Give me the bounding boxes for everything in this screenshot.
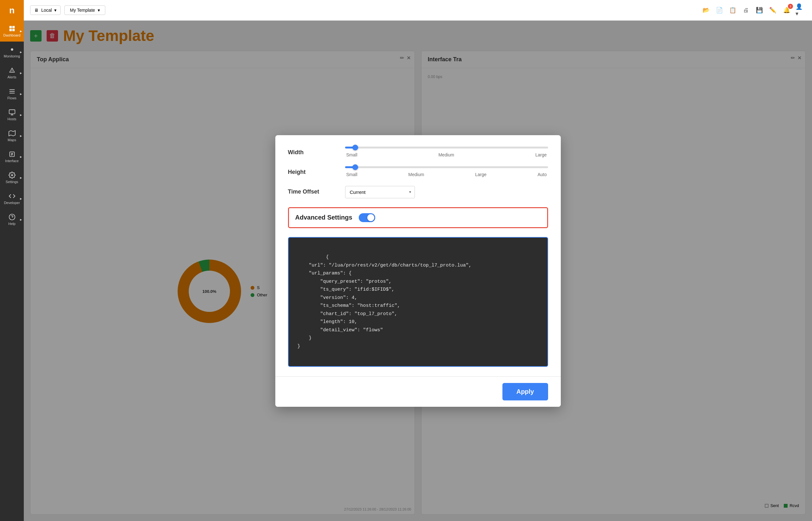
sidebar-item-dashboard[interactable]: Dashboard ▶: [0, 21, 24, 42]
sidebar-item-monitoring[interactable]: Monitoring ▶: [0, 42, 24, 63]
code-editor[interactable]: { "url": "/lua/pro/rest/v2/get/db/charts…: [288, 237, 548, 367]
file-copy-icon[interactable]: 📋: [728, 5, 738, 15]
template-label: My Template: [70, 8, 95, 13]
svg-rect-3: [12, 29, 14, 31]
chevron-right-icon: ▶: [20, 72, 22, 74]
svg-point-4: [11, 48, 13, 50]
dropdown-icon: ▾: [54, 8, 56, 13]
sidebar-item-label: Settings: [6, 180, 18, 184]
chevron-right-icon: ▶: [20, 114, 22, 116]
width-slider-labels: Small Medium Large: [345, 152, 548, 157]
chevron-right-icon: ▶: [20, 93, 22, 95]
sidebar-item-hosts[interactable]: Hosts ▶: [0, 105, 24, 125]
height-label: Height: [288, 166, 332, 176]
height-row: Height Small Medium Large Auto: [288, 166, 548, 177]
template-selector[interactable]: My Template ▾: [64, 5, 105, 15]
sidebar-item-label: Dashboard: [3, 33, 21, 37]
chevron-right-icon: ▶: [20, 135, 22, 137]
folder-open-icon[interactable]: 📂: [701, 5, 711, 15]
svg-rect-0: [9, 26, 11, 28]
toggle-knob: [367, 214, 374, 221]
code-content: { "url": "/lua/pro/rest/v2/get/db/charts…: [298, 254, 472, 349]
user-menu-button[interactable]: 👤 ▾: [795, 5, 806, 15]
height-slider-thumb[interactable]: [352, 164, 358, 170]
local-selector[interactable]: 🖥 Local ▾: [30, 5, 61, 15]
app-logo[interactable]: n: [0, 0, 24, 21]
chevron-right-icon: ▶: [20, 30, 22, 33]
notification-badge: 3: [788, 4, 793, 9]
sidebar-item-label: Maps: [8, 138, 16, 142]
local-label: Local: [41, 8, 52, 13]
chevron-right-icon: ▶: [20, 156, 22, 158]
chevron-right-icon: ▶: [20, 51, 22, 54]
chevron-right-icon: ▶: [20, 218, 22, 221]
height-control: Small Medium Large Auto: [345, 166, 548, 177]
apply-button[interactable]: Apply: [503, 383, 548, 401]
sidebar-item-label: Help: [8, 222, 16, 226]
sidebar-item-developer[interactable]: Developer ▶: [0, 188, 24, 209]
print-icon[interactable]: 🖨: [741, 5, 751, 15]
sidebar-item-label: Interface: [5, 159, 19, 163]
sidebar-item-flows[interactable]: Flows ▶: [0, 84, 24, 105]
width-control: Small Medium Large: [345, 146, 548, 157]
width-label: Width: [288, 146, 332, 156]
sidebar-item-alerts[interactable]: Alerts ▶: [0, 63, 24, 84]
sidebar-item-maps[interactable]: Maps ▶: [0, 125, 24, 146]
chevron-right-icon: ▶: [20, 176, 22, 179]
advanced-settings-label: Advanced Settings: [295, 214, 352, 221]
main-content: 🖥 Local ▾ My Template ▾ 📂 📄 📋 🖨 💾 ✏️ 🔔 3: [24, 0, 812, 521]
width-slider-wrapper: Small Medium Large: [345, 146, 548, 157]
page-area: ＋ 🗑 My Template Top Applica ✏ ✕ 100.0%: [24, 21, 812, 521]
width-slider-track: [345, 146, 548, 149]
time-offset-label: Time Offset: [288, 186, 332, 195]
sidebar-item-label: Alerts: [7, 75, 16, 79]
sidebar-item-label: Hosts: [7, 117, 16, 121]
server-icon: 🖥: [34, 8, 39, 13]
topbar-left: 🖥 Local ▾ My Template ▾: [30, 5, 697, 15]
topbar: 🖥 Local ▾ My Template ▾ 📂 📄 📋 🖨 💾 ✏️ 🔔 3: [24, 0, 812, 21]
time-offset-select-wrapper: Current -1h -6h -24h -7d ▾: [345, 186, 415, 198]
sidebar: n Dashboard ▶ Monitoring ▶ Alerts ▶ Flow…: [0, 0, 24, 521]
time-offset-row: Time Offset Current -1h -6h -24h -7d ▾: [288, 186, 548, 198]
svg-rect-1: [12, 26, 14, 28]
chevron-right-icon: ▶: [20, 197, 22, 200]
time-offset-control: Current -1h -6h -24h -7d ▾: [345, 186, 548, 198]
sidebar-item-interface[interactable]: Interface ▶: [0, 146, 24, 167]
height-slider-wrapper: Small Medium Large Auto: [345, 166, 548, 177]
edit-icon[interactable]: ✏️: [768, 5, 778, 15]
time-offset-select[interactable]: Current -1h -6h -24h -7d: [345, 186, 415, 198]
width-row: Width Small Medium Large: [288, 146, 548, 157]
file-download-icon[interactable]: 💾: [754, 5, 764, 15]
sidebar-item-help[interactable]: Help ▶: [0, 209, 24, 230]
width-slider-thumb[interactable]: [352, 145, 358, 151]
svg-rect-5: [9, 110, 15, 114]
advanced-settings-row: Advanced Settings: [288, 207, 548, 228]
modal-body: Width Small Medium Large: [275, 135, 561, 376]
svg-rect-2: [9, 29, 11, 31]
sidebar-item-label: Monitoring: [4, 54, 20, 58]
modal-footer: Apply: [275, 376, 561, 407]
dropdown-icon: ▾: [98, 8, 100, 13]
sidebar-item-label: Flows: [7, 96, 17, 100]
notification-button[interactable]: 🔔 3: [782, 5, 792, 15]
advanced-settings-toggle[interactable]: [359, 213, 375, 222]
sidebar-item-settings[interactable]: Settings ▶: [0, 167, 24, 188]
widget-settings-modal: Width Small Medium Large: [275, 135, 561, 407]
sidebar-item-label: Developer: [4, 201, 20, 205]
file-new-icon[interactable]: 📄: [714, 5, 724, 15]
height-slider-track: [345, 166, 548, 168]
topbar-right: 📂 📄 📋 🖨 💾 ✏️ 🔔 3 👤 ▾: [701, 5, 806, 15]
topbar-icons: 📂 📄 📋 🖨 💾 ✏️: [701, 5, 778, 15]
height-slider-labels: Small Medium Large Auto: [345, 172, 548, 177]
